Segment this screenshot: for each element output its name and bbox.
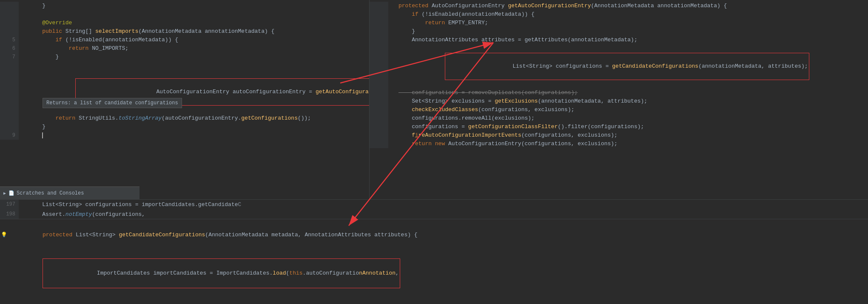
line-number — [0, 123, 19, 131]
left-marker — [388, 44, 396, 89]
line-number — [370, 89, 388, 97]
code-text-197: List<String> configurations = importCand… — [26, 200, 241, 209]
line-number — [370, 27, 388, 36]
middle-strip: 197 List<String> configurations = import… — [0, 199, 868, 219]
code-line-highlighted: List<String> configurations = getCandida… — [370, 44, 868, 89]
bottom-line-1: ImportCandidates importCandidates = Impo… — [0, 249, 868, 298]
code-text: configurations = getConfigurationClassFi… — [396, 123, 644, 131]
line-number-197: 197 — [0, 200, 19, 209]
line-number — [0, 27, 19, 36]
left-marker — [19, 131, 26, 140]
code-line: configurations = getConfigurationClassFi… — [370, 123, 868, 131]
scratches-arrow-icon: ▶ — [3, 191, 6, 196]
line-number — [0, 114, 19, 123]
line-number: 6 — [0, 44, 19, 53]
left-margin — [0, 249, 8, 298]
code-line: configurations.removeAll(exclusions); — [370, 114, 868, 123]
line-number — [0, 10, 19, 19]
line-number — [0, 2, 19, 10]
code-text: } — [396, 27, 415, 36]
line-number: 9 — [0, 131, 19, 140]
code-text: return EMPTY_ENTRY; — [396, 19, 488, 27]
left-marker — [388, 27, 396, 36]
code-line: } — [0, 123, 369, 131]
left-marker — [19, 70, 26, 114]
code-text: if (!isEnabled(annotationMetadata)) { — [26, 36, 178, 44]
code-line: } — [370, 27, 868, 36]
code-text: return StringUtils.toStringArray(autoCon… — [26, 114, 311, 123]
scratches-panel[interactable]: ▶ 📄 Scratches and Consoles — [0, 186, 139, 199]
code-line: 9 — [0, 131, 369, 140]
left-marker — [19, 61, 26, 70]
left-marker — [388, 114, 396, 123]
left-code-area: } @Override — [0, 0, 369, 140]
javadoc-tooltip: Returns: a list of candidate configurati… — [43, 98, 182, 108]
code-text: @Override — [26, 19, 72, 27]
code-text: return NO_IMPORTS; — [26, 44, 128, 53]
code-line: } — [0, 2, 369, 10]
line-number — [370, 44, 388, 89]
code-line — [0, 61, 369, 70]
code-text — [26, 10, 29, 19]
line-number — [370, 19, 388, 27]
left-marker — [19, 19, 26, 27]
left-marker — [388, 106, 396, 114]
code-text — [26, 61, 29, 70]
lightbulb-icon: 💡 — [0, 221, 8, 249]
code-line: public String[] selectImports(Annotation… — [0, 27, 369, 36]
code-text — [26, 131, 43, 140]
left-marker — [19, 27, 26, 36]
line-number — [370, 106, 388, 114]
code-text: AnnotationAttributes attributes = getAtt… — [396, 36, 637, 44]
bottom-line-2: getBeanClassLoader()); — [0, 298, 868, 304]
code-line: return EMPTY_ENTRY; — [370, 19, 868, 27]
left-marker — [19, 114, 26, 123]
code-line: checkExcludedClasses(configurations, exc… — [370, 106, 868, 114]
left-marker — [19, 10, 26, 19]
code-text: protected AutoConfigurationEntry getAuto… — [396, 2, 727, 10]
left-marker — [388, 131, 396, 140]
code-text: Set<String> exclusions = getExclusions(a… — [396, 97, 647, 106]
left-marker — [19, 36, 26, 44]
line-number — [370, 10, 388, 19]
middle-line-198: 198 Assert.notEmpty(configurations, — [0, 209, 868, 219]
scratches-file-icon: 📄 — [9, 190, 14, 196]
line-number — [370, 114, 388, 123]
code-text: } — [26, 123, 46, 131]
line-number — [370, 123, 388, 131]
code-line — [0, 10, 369, 19]
left-marker — [388, 140, 396, 148]
code-text: } — [26, 53, 59, 61]
code-line: Set<String> exclusions = getExclusions(a… — [370, 97, 868, 106]
code-text: configurations.removeAll(exclusions); — [396, 114, 535, 123]
left-marker — [388, 2, 396, 10]
left-marker — [19, 209, 26, 219]
code-text-198: Assert.notEmpty(configurations, — [26, 209, 145, 219]
code-line: 7 } — [0, 53, 369, 61]
code-line: protected AutoConfigurationEntry getAuto… — [370, 2, 868, 10]
line-number — [370, 2, 388, 10]
code-line: configurations = removeDuplicates(config… — [370, 89, 868, 97]
bottom-code-panel: 💡 protected List<String> getCandidateCon… — [0, 219, 868, 304]
left-marker — [19, 200, 26, 209]
code-line: return new AutoConfigurationEntry(config… — [370, 140, 868, 148]
scratches-label: Scratches and Consoles — [17, 190, 84, 196]
code-text: if (!isEnabled(annotationMetadata)) { — [396, 10, 535, 19]
right-editor: protected AutoConfigurationEntry getAuto… — [370, 0, 868, 199]
main-container: } @Override — [0, 0, 868, 304]
line-number — [370, 97, 388, 106]
bottom-code-1: ImportCandidates importCandidates = Impo… — [8, 249, 400, 298]
right-code-area: protected AutoConfigurationEntry getAuto… — [370, 0, 868, 148]
left-margin — [0, 298, 8, 304]
code-line: 6 return NO_IMPORTS; — [0, 44, 369, 53]
code-line: AnnotationAttributes attributes = getAtt… — [370, 36, 868, 44]
left-marker — [388, 10, 396, 19]
line-number — [0, 70, 19, 114]
code-text: } — [26, 2, 46, 10]
line-number — [370, 131, 388, 140]
line-number — [0, 19, 19, 27]
left-marker — [388, 97, 396, 106]
code-line: 5 if (!isEnabled(annotationMetadata)) { — [0, 36, 369, 44]
line-number: 7 — [0, 53, 19, 61]
line-number-198: 198 — [0, 209, 19, 219]
